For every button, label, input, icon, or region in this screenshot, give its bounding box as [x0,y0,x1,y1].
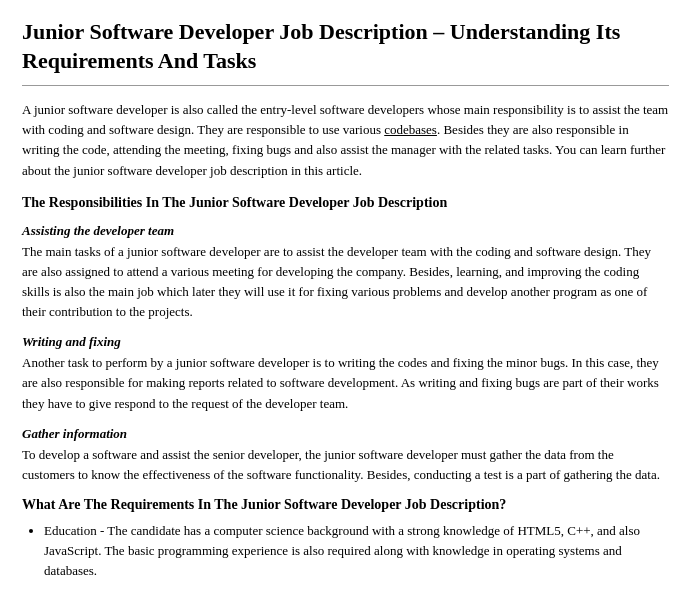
requirements-heading: What Are The Requirements In The Junior … [22,497,669,513]
section-writing-body: Another task to perform by a junior soft… [22,353,669,413]
section-gather: Gather information To develop a software… [22,426,669,485]
section-writing-title: Writing and fixing [22,334,669,350]
section-gather-body: To develop a software and assist the sen… [22,445,669,485]
section-gather-title: Gather information [22,426,669,442]
codebases-underline: codebases [384,122,437,137]
list-item: Education - The candidate has a computer… [44,521,669,581]
responsibilities-heading: The Responsibilities In The Junior Softw… [22,195,669,211]
section-writing: Writing and fixing Another task to perfo… [22,334,669,413]
requirements-list: Education - The candidate has a computer… [44,521,669,581]
section-assisting: Assisting the developer team The main ta… [22,223,669,323]
section-assisting-body: The main tasks of a junior software deve… [22,242,669,323]
divider [22,85,669,86]
page-title: Junior Software Developer Job Descriptio… [22,18,669,75]
section-assisting-title: Assisting the developer team [22,223,669,239]
intro-paragraph: A junior software developer is also call… [22,100,669,181]
